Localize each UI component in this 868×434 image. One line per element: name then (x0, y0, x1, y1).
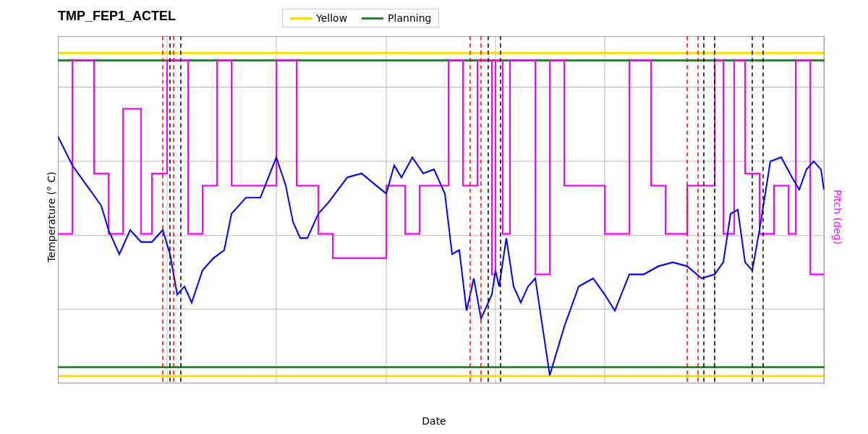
legend-item-planning: Planning (362, 12, 431, 24)
chart-bg (58, 36, 825, 383)
yellow-line-icon (290, 17, 312, 20)
chart-title: TMP_FEP1_ACTEL (58, 9, 176, 24)
y-axis-left-label: Temperature (° C) (46, 171, 57, 262)
chart-container: TMP_FEP1_ACTEL Yellow Planning Temperatu… (0, 0, 868, 434)
legend-item-yellow: Yellow (290, 12, 347, 24)
legend-label-planning: Planning (388, 12, 431, 24)
legend-label-yellow: Yellow (316, 12, 347, 24)
planning-line-icon (362, 17, 383, 20)
x-axis-label: Date (422, 415, 446, 427)
chart-svg: 0 10 20 30 40 40 60 80 100 120 140 160 1… (58, 36, 825, 383)
y-axis-right-label: Pitch (deg) (832, 190, 843, 244)
legend: Yellow Planning (282, 9, 439, 27)
